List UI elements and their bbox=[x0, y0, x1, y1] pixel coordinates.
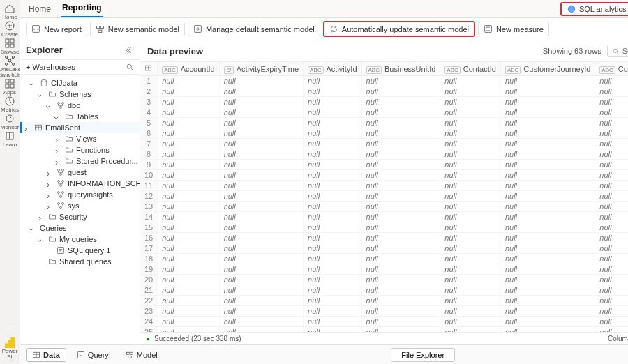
tree-functions[interactable]: Functions bbox=[20, 144, 140, 156]
data-grid[interactable]: ABCAccountId⏱ActivityExpiryTimeABCActivi… bbox=[140, 62, 628, 332]
tree-schema-information-schema[interactable]: INFORMATION_SCHE... bbox=[20, 178, 140, 189]
status-columns-rows: Columns: 29 Rows: 63 bbox=[608, 335, 628, 342]
collapse-panel-icon[interactable] bbox=[126, 46, 134, 54]
tree-schema-guest[interactable]: guest bbox=[20, 167, 140, 178]
column-header[interactable]: ABCCustomerJourney bbox=[595, 62, 628, 76]
cell: null bbox=[595, 254, 628, 264]
rail-hub[interactable]: OneLake data hub bbox=[0, 55, 20, 78]
svg-point-22 bbox=[197, 28, 199, 30]
rail-home[interactable]: Home bbox=[0, 3, 20, 20]
table-row[interactable]: 18nullnullnullnullnullnullnull bbox=[140, 254, 628, 264]
tab-home[interactable]: Home bbox=[27, 1, 52, 17]
tree-schema-queryinsights[interactable]: queryinsights bbox=[20, 189, 140, 200]
cell: null bbox=[158, 128, 219, 139]
tree-schema-sys[interactable]: sys bbox=[20, 200, 140, 211]
table-row[interactable]: 9nullnullnullnullnullnullnull bbox=[140, 160, 628, 170]
column-header[interactable]: ⏱ActivityExpiryTime bbox=[219, 62, 303, 76]
cell: null bbox=[361, 139, 440, 149]
rail-book[interactable]: Learn bbox=[0, 130, 20, 148]
rail-plus[interactable]: Create bbox=[0, 20, 20, 38]
tree-queries[interactable]: Queries bbox=[20, 222, 140, 234]
column-header[interactable]: ABCAccountId bbox=[158, 62, 219, 76]
svg-rect-20 bbox=[98, 30, 102, 32]
column-header[interactable]: ABCActivityId bbox=[304, 62, 361, 76]
row-number: 21 bbox=[140, 285, 158, 296]
table-row[interactable]: 13nullnullnullnullnullnullnull bbox=[140, 202, 628, 212]
table-row[interactable]: 8nullnullnullnullnullnullnull bbox=[140, 149, 628, 160]
tree-stored-procedures[interactable]: Stored Procedur... bbox=[20, 156, 140, 167]
tree-schemas[interactable]: Schemas bbox=[20, 89, 140, 100]
table-row[interactable]: 11nullnullnullnullnullnullnull bbox=[140, 181, 628, 191]
footer-tab-model[interactable]: Model bbox=[119, 348, 164, 362]
table-row[interactable]: 20nullnullnullnullnullnullnull bbox=[140, 275, 628, 285]
tree-root-cijdata[interactable]: CIJdata bbox=[20, 77, 140, 89]
svg-point-36 bbox=[58, 192, 60, 194]
table-row[interactable]: 22nullnullnullnullnullnullnull bbox=[140, 296, 628, 306]
new-measure-button[interactable]: New measure bbox=[478, 22, 549, 36]
cell: null bbox=[158, 76, 219, 86]
auto-update-model-button[interactable]: Automatically update semantic model bbox=[323, 21, 475, 37]
rail-more[interactable]: ... bbox=[0, 324, 20, 330]
table-row[interactable]: 17nullnullnullnullnullnullnull bbox=[140, 243, 628, 254]
table-row[interactable]: 7nullnullnullnullnullnullnull bbox=[140, 139, 628, 149]
table-row[interactable]: 10nullnullnullnullnullnullnull bbox=[140, 170, 628, 181]
table-icon bbox=[144, 64, 152, 72]
file-explorer-button[interactable]: File Explorer bbox=[391, 348, 455, 362]
column-header[interactable]: ABCCustomerJourneyId bbox=[500, 62, 595, 76]
table-row[interactable]: 4nullnullnullnullnullnullnull bbox=[140, 107, 628, 118]
table-row[interactable]: 6nullnullnullnullnullnullnull bbox=[140, 128, 628, 139]
tree-views[interactable]: Views bbox=[20, 133, 140, 144]
table-row[interactable]: 19nullnullnullnullnullnullnull bbox=[140, 264, 628, 275]
column-header[interactable]: ABCBusinessUnitId bbox=[361, 62, 440, 76]
tree-tables[interactable]: Tables bbox=[20, 111, 140, 122]
sql-icon bbox=[77, 351, 85, 359]
mode-dropdown[interactable]: SQL analytics endpoint bbox=[560, 2, 628, 16]
table-row[interactable]: 16nullnullnullnullnullnullnull bbox=[140, 233, 628, 243]
rail-monitor[interactable]: Monitor bbox=[0, 113, 20, 130]
column-header[interactable]: ABCContactId bbox=[440, 62, 501, 76]
preview-search[interactable] bbox=[607, 45, 628, 57]
table-row[interactable]: 1nullnullnullnullnullnullnull bbox=[140, 76, 628, 86]
cell: null bbox=[361, 327, 440, 333]
table-row[interactable]: 23nullnullnullnullnullnullnull bbox=[140, 306, 628, 317]
table-row[interactable]: 12nullnullnullnullnullnullnull bbox=[140, 191, 628, 202]
footer-tab-query[interactable]: Query bbox=[70, 348, 115, 362]
tab-reporting[interactable]: Reporting bbox=[61, 0, 103, 17]
tree-shared-queries[interactable]: Shared queries bbox=[20, 256, 140, 267]
row-number: 7 bbox=[140, 139, 158, 149]
cell: null bbox=[500, 118, 595, 128]
rail-apps[interactable]: Apps bbox=[0, 78, 20, 96]
table-row[interactable]: 14nullnullnullnullnullnullnull bbox=[140, 212, 628, 222]
table-row[interactable]: 21nullnullnullnullnullnullnull bbox=[140, 285, 628, 296]
search-input[interactable] bbox=[622, 47, 628, 55]
table-row[interactable]: 3nullnullnullnullnullnullnull bbox=[140, 97, 628, 107]
cell: null bbox=[361, 86, 440, 97]
manage-default-model-button[interactable]: Manage default semantic model bbox=[188, 22, 320, 36]
table-row[interactable]: 15nullnullnullnullnullnullnull bbox=[140, 222, 628, 233]
search-icon[interactable] bbox=[126, 63, 134, 71]
tree-my-queries[interactable]: My queries bbox=[20, 234, 140, 245]
footer-tab-data[interactable]: Data bbox=[26, 348, 66, 362]
new-report-button[interactable]: New report bbox=[26, 22, 87, 36]
rail-powerbi[interactable]: Power BI bbox=[0, 337, 20, 360]
table-row[interactable]: 5nullnullnullnullnullnullnull bbox=[140, 118, 628, 128]
cell: null bbox=[500, 275, 595, 285]
rail-grid[interactable]: Browse bbox=[0, 38, 20, 55]
table-row[interactable]: 2nullnullnullnullnullnullnull bbox=[140, 86, 628, 97]
tree-security[interactable]: Security bbox=[20, 211, 140, 222]
cell: null bbox=[595, 118, 628, 128]
cell: null bbox=[500, 202, 595, 212]
tree-table-emailsent[interactable]: EmailSent bbox=[20, 122, 140, 133]
rail-metrics[interactable]: Metrics bbox=[0, 96, 20, 113]
tree-sql-query-1[interactable]: SQL query 1 bbox=[20, 245, 140, 256]
warehouses-row[interactable]: + Warehouses bbox=[20, 59, 140, 75]
tree-schema-dbo[interactable]: dbo bbox=[20, 100, 140, 111]
svg-point-40 bbox=[62, 203, 64, 205]
new-semantic-model-button[interactable]: New semantic model bbox=[90, 22, 185, 36]
cell: null bbox=[595, 191, 628, 202]
cell: null bbox=[595, 264, 628, 275]
cell: null bbox=[219, 181, 303, 191]
table-row[interactable]: 24nullnullnullnullnullnullnull bbox=[140, 317, 628, 327]
table-row[interactable]: 25nullnullnullnullnullnullnull bbox=[140, 327, 628, 333]
cell: null bbox=[500, 170, 595, 181]
